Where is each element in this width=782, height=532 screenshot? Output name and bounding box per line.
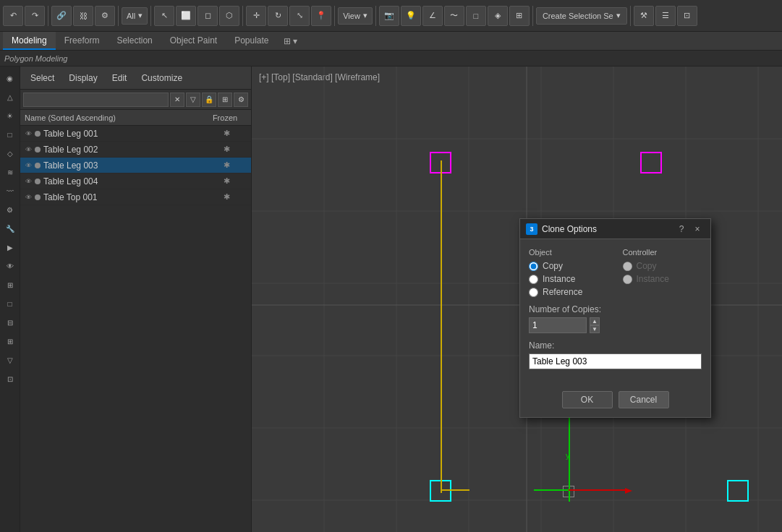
eye-icon-leg004[interactable]: 👁	[23, 176, 33, 186]
poly-sel-btn[interactable]: ⬡	[219, 6, 239, 26]
cancel-button[interactable]: Cancel	[619, 391, 669, 408]
extra-btn[interactable]: ⊡	[677, 6, 697, 26]
sidebar-mod-icon[interactable]: ⚙	[1, 201, 19, 218]
scene-item-leg001[interactable]: 👁 Table Leg 001 ✱	[20, 126, 251, 142]
sync-btn[interactable]: ⊞	[218, 93, 232, 107]
filter-options-btn[interactable]: ▽	[186, 93, 200, 107]
cam-btn[interactable]: 📷	[379, 6, 399, 26]
copies-up-btn[interactable]: ▲	[590, 317, 600, 325]
redo-btn[interactable]: ↷	[25, 6, 45, 26]
eye-icon-top001[interactable]: 👁	[23, 192, 33, 202]
object-reference-radio[interactable]: Reference	[529, 287, 608, 297]
sidebar-shape-icon[interactable]: ◇	[1, 145, 19, 162]
bind-btn[interactable]: ⚙	[95, 6, 115, 26]
box-btn[interactable]: □	[466, 6, 486, 26]
create-sel-button[interactable]: Create Selection Se ▾	[536, 7, 627, 25]
copies-down-btn[interactable]: ▼	[590, 325, 600, 333]
viewport-label: [+] [Top] [Standard] [Wireframe]	[259, 72, 380, 82]
dialog-footer: OK Cancel	[520, 385, 710, 417]
item-icons-leg004: 👁	[23, 176, 41, 186]
sidebar-motion-icon[interactable]: ▶	[1, 239, 19, 256]
scene-menu-select[interactable]: Select	[25, 72, 60, 85]
clear-filter-btn[interactable]: ✕	[170, 93, 184, 107]
sidebar-extra-icon[interactable]: ⊡	[1, 370, 19, 387]
ok-button[interactable]: OK	[562, 391, 613, 408]
sidebar-disp-icon[interactable]: 👁	[1, 257, 19, 275]
dialog-titlebar[interactable]: 3 Clone Options ? ×	[520, 219, 710, 239]
frozen-leg002: ✱	[205, 145, 248, 154]
move-btn[interactable]: ✛	[246, 6, 266, 26]
rect-sel-btn[interactable]: ⬜	[176, 6, 196, 26]
sep2	[118, 6, 119, 26]
sub-tab-bar: Polygon Modeling	[0, 51, 782, 66]
unlink-btn[interactable]: ⛓	[73, 6, 93, 26]
color-dot-leg001	[35, 131, 41, 137]
rotate-btn[interactable]: ↻	[268, 6, 288, 26]
vp-line-yellow-v	[441, 160, 442, 493]
dialog-close-btn[interactable]: ×	[690, 222, 705, 236]
sidebar-filter-icon[interactable]: ▽	[1, 351, 19, 369]
scale-btn[interactable]: ⤡	[289, 6, 310, 26]
tab-selection[interactable]: Selection	[108, 32, 161, 50]
viewport[interactable]: [+] [Top] [Standard] [Wireframe]	[252, 66, 782, 532]
select-btn[interactable]: ↖	[154, 6, 174, 26]
object-instance-radio[interactable]: Instance	[529, 274, 608, 284]
settings-btn[interactable]: ⚙	[234, 93, 248, 107]
copies-row: ▲ ▼	[529, 317, 702, 333]
tab-populate[interactable]: Populate	[226, 32, 277, 50]
eye-icon-leg002[interactable]: 👁	[23, 145, 33, 155]
vp-axis-red-h	[569, 489, 626, 491]
scene-search-input[interactable]	[23, 93, 169, 107]
sidebar-light-icon[interactable]: ☀	[1, 107, 19, 124]
tab-extra[interactable]: ⊞ ▾	[278, 32, 303, 50]
angle-btn[interactable]: ∠	[422, 6, 443, 26]
scene-item-leg002[interactable]: 👁 Table Leg 002 ✱	[20, 142, 251, 158]
scene-item-leg003[interactable]: 👁 Table Leg 003 ✱	[20, 158, 251, 173]
link-btn[interactable]: 🔗	[51, 6, 72, 26]
vp-rect-magenta-tr	[640, 152, 662, 173]
lock-btn[interactable]: 🔒	[202, 93, 216, 107]
copies-input[interactable]	[529, 317, 587, 333]
tab-freeform[interactable]: Freeform	[56, 32, 109, 50]
curve-btn[interactable]: 〜	[444, 6, 464, 26]
lasso-sel-btn[interactable]: ◻	[197, 6, 218, 26]
tab-modeling[interactable]: Modeling	[3, 32, 56, 50]
view-dropdown[interactable]: View ▾	[338, 7, 373, 25]
tab-object-paint[interactable]: Object Paint	[161, 32, 226, 50]
sidebar-util-icon[interactable]: ⊞	[1, 276, 19, 293]
controller-instance-radio[interactable]: Instance	[623, 274, 702, 284]
sidebar-rend-icon[interactable]: □	[1, 295, 19, 312]
controller-copy-radio[interactable]: Copy	[623, 261, 702, 271]
sidebar-geo-icon[interactable]: △	[1, 88, 19, 106]
eye-icon-leg001[interactable]: 👁	[23, 129, 33, 139]
light-btn[interactable]: 💡	[401, 6, 421, 26]
scene-menu-customize[interactable]: Customize	[135, 72, 188, 85]
snap-btn[interactable]: ⊞	[509, 6, 530, 26]
scene-menu-edit[interactable]: Edit	[106, 72, 133, 85]
eye-icon-leg003[interactable]: 👁	[23, 160, 33, 171]
filter-dropdown[interactable]: All ▾	[122, 7, 148, 25]
main-layout: ◉ △ ☀ □ ◇ ≋ 〰 ⚙ 🔧 ▶ 👁 ⊞ □ ⊟ ⊞ ▽ ⊡ Select…	[0, 66, 782, 532]
scene-item-leg004[interactable]: 👁 Table Leg 004 ✱	[20, 173, 251, 189]
sidebar-helper-icon[interactable]: ≋	[1, 163, 19, 181]
copies-field: Number of Copies: ▲ ▼	[529, 304, 702, 333]
sidebar-scene-icon[interactable]: ◉	[1, 69, 19, 87]
tools-btn[interactable]: ⚒	[634, 6, 654, 26]
scene-menu-display[interactable]: Display	[63, 72, 103, 85]
layers-btn[interactable]: ☰	[655, 6, 676, 26]
sidebar-spline-icon[interactable]: 〰	[1, 182, 19, 200]
sidebar-graph-icon[interactable]: ⊞	[1, 332, 19, 350]
sidebar-hier-icon[interactable]: 🔧	[1, 220, 19, 237]
sidebar-anim-icon[interactable]: ⊟	[1, 314, 19, 331]
tool-btn5[interactable]: ◈	[488, 6, 508, 26]
sidebar-cam-icon[interactable]: □	[1, 126, 19, 143]
place-btn[interactable]: 📍	[311, 6, 331, 26]
icon-sidebar: ◉ △ ☀ □ ◇ ≋ 〰 ⚙ 🔧 ▶ 👁 ⊞ □ ⊟ ⊞ ▽ ⊡	[0, 66, 20, 532]
undo-btn[interactable]: ↶	[3, 6, 23, 26]
sep3	[150, 6, 151, 26]
name-input[interactable]	[529, 353, 702, 369]
dialog-help-btn[interactable]: ?	[674, 222, 689, 236]
object-copy-radio[interactable]: Copy	[529, 261, 608, 271]
dialog-body: Object Copy Instance	[520, 239, 710, 385]
scene-item-top001[interactable]: 👁 Table Top 001 ✱	[20, 189, 251, 205]
